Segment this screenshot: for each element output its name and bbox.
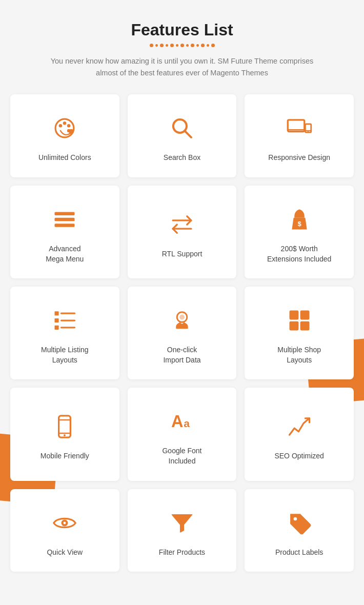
feature-card-multiple-shop-layouts: Multiple Shop Layouts xyxy=(245,287,354,379)
mobile-icon xyxy=(49,411,80,442)
feature-label-responsive-design: Responsive Design xyxy=(268,153,330,163)
feature-label-google-font: Google Font Included xyxy=(162,446,201,466)
feature-card-google-font: A a Google Font Included xyxy=(128,388,237,480)
feature-card-mobile-friendly: Mobile Friendly xyxy=(10,388,119,480)
feature-card-unlimited-colors: Unlimited Colors xyxy=(10,94,119,177)
feature-label-one-click-import: One-click Import Data xyxy=(163,345,200,365)
header-section: Features List You never know how amazing… xyxy=(10,21,354,79)
feature-card-one-click-import: One-click Import Data xyxy=(128,287,237,379)
feature-label-multiple-listing-layouts: Multiple Listing Layouts xyxy=(41,345,89,365)
page-title: Features List xyxy=(10,21,354,39)
feature-card-responsive-design: Responsive Design xyxy=(245,94,354,177)
svg-line-7 xyxy=(185,131,191,137)
svg-rect-30 xyxy=(300,321,309,331)
svg-rect-23 xyxy=(55,326,59,330)
features-grid: Unlimited Colors Search Box Responsive D… xyxy=(10,94,354,572)
listing-icon xyxy=(49,305,80,336)
feature-card-filter-products: Filter Products xyxy=(128,489,237,572)
svg-rect-19 xyxy=(55,311,59,315)
feature-card-advanced-mega-menu: Advanced Mega Menu xyxy=(10,186,119,278)
feature-card-seo-optimized: SEO Optimized xyxy=(245,388,354,480)
svg-point-5 xyxy=(69,129,74,134)
svg-point-39 xyxy=(293,517,297,520)
svg-text:$: $ xyxy=(297,220,301,228)
svg-rect-28 xyxy=(300,311,309,320)
feature-label-search-box: Search Box xyxy=(164,153,200,163)
feature-label-quick-view: Quick View xyxy=(47,548,83,558)
svg-rect-13 xyxy=(55,212,75,215)
svg-point-3 xyxy=(67,124,71,128)
responsive-icon xyxy=(284,113,315,144)
svg-point-2 xyxy=(63,122,67,125)
svg-point-38 xyxy=(64,521,66,524)
feature-card-quick-view: Quick View xyxy=(10,489,119,572)
feature-card-extensions: $ 200$ Worth Extensions Included xyxy=(245,186,354,278)
feature-label-multiple-shop-layouts: Multiple Shop Layouts xyxy=(277,345,321,365)
page-wrapper: Features List You never know how amazing… xyxy=(0,0,364,592)
touch-icon xyxy=(167,305,197,336)
header-subtitle: You never know how amazing it is until y… xyxy=(44,55,320,79)
svg-rect-21 xyxy=(55,318,59,322)
svg-rect-31 xyxy=(59,416,71,437)
filter-icon xyxy=(167,508,197,538)
palette-icon xyxy=(49,113,80,144)
svg-rect-15 xyxy=(55,224,75,227)
svg-point-26 xyxy=(179,315,185,320)
feature-label-advanced-mega-menu: Advanced Mega Menu xyxy=(46,244,84,264)
header-dots xyxy=(10,44,354,47)
feature-label-filter-products: Filter Products xyxy=(159,548,205,558)
money-icon: $ xyxy=(284,204,315,235)
feature-label-extensions: 200$ Worth Extensions Included xyxy=(267,244,331,264)
svg-text:a: a xyxy=(184,418,190,430)
svg-point-12 xyxy=(308,131,309,132)
font-icon: A a xyxy=(167,406,197,437)
rtl-icon xyxy=(167,209,197,240)
search-icon xyxy=(167,113,197,144)
feature-card-rtl-support: RTL Support xyxy=(128,186,237,278)
feature-card-search-box: Search Box xyxy=(128,94,237,177)
svg-point-34 xyxy=(64,434,66,436)
feature-card-product-labels: Product Labels xyxy=(245,489,354,572)
feature-label-product-labels: Product Labels xyxy=(275,548,323,558)
feature-label-unlimited-colors: Unlimited Colors xyxy=(38,153,91,163)
eye-icon xyxy=(49,508,80,538)
grid-icon xyxy=(284,305,315,336)
feature-label-mobile-friendly: Mobile Friendly xyxy=(41,451,89,461)
menu-icon xyxy=(49,204,80,235)
svg-rect-27 xyxy=(289,311,298,320)
feature-card-multiple-listing-layouts: Multiple Listing Layouts xyxy=(10,287,119,379)
svg-rect-14 xyxy=(55,218,75,221)
seo-icon xyxy=(284,411,315,442)
feature-label-seo-optimized: SEO Optimized xyxy=(274,451,323,461)
svg-rect-29 xyxy=(289,321,298,331)
svg-text:A: A xyxy=(171,413,183,431)
svg-point-1 xyxy=(59,124,63,128)
feature-label-rtl-support: RTL Support xyxy=(162,249,203,259)
tag-icon xyxy=(284,508,315,538)
